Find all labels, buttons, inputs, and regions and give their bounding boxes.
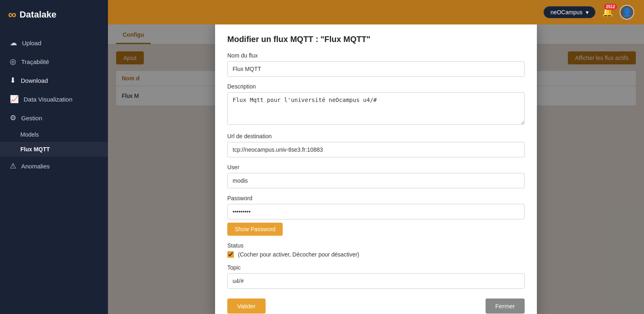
sidebar-item-tracabilite[interactable]: ◎ Traçabilité [0,52,108,71]
avatar[interactable]: 👤 [620,5,634,20]
upload-icon: ☁ [10,38,17,47]
sidebar-item-anomalies[interactable]: ⚠ Anomalies [0,157,108,175]
form-group-status: Status (Cocher pour activer, Décocher po… [227,242,525,258]
chart-icon: 📈 [10,95,19,104]
notification-badge: 2512 [604,4,617,10]
main-area: neOCampus ▾ 🔔 2512 👤 Configu Ajout Affic… [108,0,644,314]
chevron-down-icon: ▾ [586,9,589,15]
form-group-password: Password Show Password [227,195,525,236]
topbar: neOCampus ▾ 🔔 2512 👤 [108,0,644,24]
download-icon: ⬇ [10,76,16,85]
status-description: (Cocher pour activer, Décocher pour désa… [238,251,359,258]
form-group-description: Description [227,83,525,126]
sidebar-item-data-visualization[interactable]: 📈 Data Visualization [0,90,108,108]
input-user[interactable] [227,173,525,188]
show-password-button[interactable]: Show Password [227,223,283,236]
label-url: Url de destination [227,133,525,139]
sidebar-sub-flux-mqtt[interactable]: Flux MQTT [0,142,108,157]
status-row: (Cocher pour activer, Décocher pour désa… [227,251,525,258]
form-group-nom: Nom du flux [227,52,525,77]
sidebar-item-label: Anomalies [21,163,50,170]
gear-icon: ⚙ [10,113,16,122]
page-content: Configu Ajout Afficher les flux actifs N… [108,24,644,314]
label-nom: Nom du flux [227,52,525,59]
sidebar-nav: ☁ Upload ◎ Traçabilité ⬇ Download 📈 Data… [0,33,108,175]
logo-icon: ∞ [8,8,16,21]
modal-footer: Valider Fermer [227,299,525,314]
form-group-url: Url de destination [227,133,525,157]
sidebar-item-download[interactable]: ⬇ Download [0,71,108,90]
form-group-user: User [227,164,525,188]
notification-bell[interactable]: 🔔 2512 [602,7,613,18]
label-status: Status [227,242,525,249]
label-description: Description [227,83,525,90]
label-topic: Topic [227,264,525,271]
status-checkbox[interactable] [227,251,234,258]
fermer-button[interactable]: Fermer [486,299,525,314]
valider-button[interactable]: Valider [227,299,266,314]
form-group-topic: Topic [227,264,525,289]
label-user: User [227,164,525,170]
sidebar-item-label: Gestion [21,115,42,122]
sidebar-sub-models[interactable]: Models [0,127,108,142]
modal-dialog: Modifier un flux MQTT : "Flux MQTT" Nom … [215,24,537,314]
input-url[interactable] [227,142,525,157]
sidebar: ∞ Datalake ☁ Upload ◎ Traçabilité ⬇ Down… [0,0,108,314]
modal-title: Modifier un flux MQTT : "Flux MQTT" [227,35,525,44]
sidebar-item-upload[interactable]: ☁ Upload [0,33,108,52]
tracabilite-icon: ◎ [10,57,16,66]
input-password[interactable] [227,204,525,219]
anomalies-icon: ⚠ [10,161,16,170]
tenant-selector[interactable]: neOCampus ▾ [543,6,596,18]
sidebar-item-label: Traçabilité [21,58,49,65]
tenant-name: neOCampus [550,9,582,15]
input-description[interactable] [227,92,525,125]
logo-text: Datalake [20,9,57,20]
sidebar-item-label: Data Visualization [24,96,73,103]
logo: ∞ Datalake [0,0,108,25]
input-nom[interactable] [227,61,525,77]
label-password: Password [227,195,525,201]
modal-overlay: Modifier un flux MQTT : "Flux MQTT" Nom … [108,24,644,314]
sidebar-item-label: Download [21,77,48,84]
input-topic[interactable] [227,273,525,289]
sidebar-item-label: Upload [22,40,42,46]
sidebar-item-gestion[interactable]: ⚙ Gestion [0,108,108,127]
